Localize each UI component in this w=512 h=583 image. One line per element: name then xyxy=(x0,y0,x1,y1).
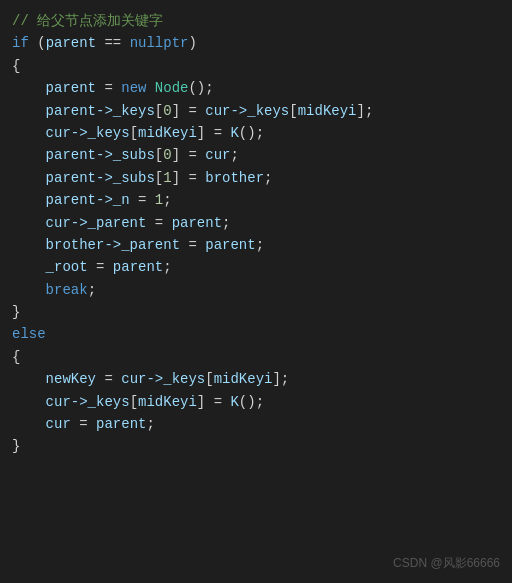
code-token: newKey xyxy=(12,368,96,390)
code-token: parent->_n xyxy=(12,189,130,211)
code-token: ] = xyxy=(172,100,206,122)
code-token: cur->_keys xyxy=(121,368,205,390)
code-token: [ xyxy=(289,100,297,122)
code-token: brother->_parent xyxy=(12,234,180,256)
code-token: new xyxy=(121,77,146,99)
code-token: if xyxy=(12,32,29,54)
code-token: cur->_parent xyxy=(12,212,146,234)
code-token: parent->_keys xyxy=(12,100,155,122)
code-token: ] = xyxy=(172,167,206,189)
code-token: // 给父节点添加关键字 xyxy=(12,10,163,32)
code-token: } xyxy=(12,435,20,457)
code-token: ] = xyxy=(197,391,231,413)
code-token: ]; xyxy=(356,100,373,122)
code-token: == xyxy=(96,32,130,54)
code-token: cur xyxy=(12,413,71,435)
code-line: _root = parent; xyxy=(0,256,512,278)
code-token: break xyxy=(46,279,88,301)
code-token: 0 xyxy=(163,100,171,122)
code-token: [ xyxy=(130,391,138,413)
code-token: ; xyxy=(163,256,171,278)
code-token: [ xyxy=(155,100,163,122)
code-line: cur->_keys[midKeyi] = K(); xyxy=(0,391,512,413)
code-token: cur->_keys xyxy=(12,122,130,144)
code-token: ; xyxy=(230,144,238,166)
code-token: { xyxy=(12,346,20,368)
code-token: midKeyi xyxy=(298,100,357,122)
code-token: ] = xyxy=(197,122,231,144)
code-token: ; xyxy=(146,413,154,435)
code-token: parent xyxy=(172,212,222,234)
code-token: } xyxy=(12,301,20,323)
code-token: (); xyxy=(239,122,264,144)
code-line: break; xyxy=(0,279,512,301)
code-token: ; xyxy=(256,234,264,256)
code-line: newKey = cur->_keys[midKeyi]; xyxy=(0,368,512,390)
code-line: parent = new Node(); xyxy=(0,77,512,99)
code-token: ) xyxy=(188,32,196,54)
code-line: cur = parent; xyxy=(0,413,512,435)
code-token: ; xyxy=(163,189,171,211)
code-token: { xyxy=(12,55,20,77)
code-token: 0 xyxy=(163,144,171,166)
code-line: } xyxy=(0,301,512,323)
code-token: parent xyxy=(113,256,163,278)
code-token: ; xyxy=(88,279,96,301)
code-line: if (parent == nullptr) xyxy=(0,32,512,54)
code-line: parent->_subs[1] = brother; xyxy=(0,167,512,189)
code-token: _root xyxy=(12,256,88,278)
code-token: ( xyxy=(29,32,46,54)
code-token: = xyxy=(180,234,205,256)
code-content: // 给父节点添加关键字if (parent == nullptr){ pare… xyxy=(0,10,512,458)
code-token: 1 xyxy=(155,189,163,211)
code-token: [ xyxy=(130,122,138,144)
code-token: = xyxy=(96,77,121,99)
code-token: [ xyxy=(155,167,163,189)
code-token xyxy=(146,77,154,99)
code-line: { xyxy=(0,346,512,368)
code-line: parent->_n = 1; xyxy=(0,189,512,211)
code-token: parent xyxy=(205,234,255,256)
code-block: // 给父节点添加关键字if (parent == nullptr){ pare… xyxy=(0,0,512,583)
code-line: parent->_subs[0] = cur; xyxy=(0,144,512,166)
code-token: = xyxy=(146,212,171,234)
code-line: else xyxy=(0,323,512,345)
code-token: K xyxy=(230,122,238,144)
code-token: else xyxy=(12,323,46,345)
code-token: 1 xyxy=(163,167,171,189)
code-token: ] = xyxy=(172,144,206,166)
code-line: cur->_keys[midKeyi] = K(); xyxy=(0,122,512,144)
code-token: ]; xyxy=(272,368,289,390)
code-line: } xyxy=(0,435,512,457)
code-token: cur xyxy=(205,144,230,166)
code-token: parent->_subs xyxy=(12,167,155,189)
watermark: CSDN @风影66666 xyxy=(393,554,500,573)
code-token: [ xyxy=(155,144,163,166)
code-token: (); xyxy=(188,77,213,99)
code-token: (); xyxy=(239,391,264,413)
code-line: brother->_parent = parent; xyxy=(0,234,512,256)
code-token: ; xyxy=(222,212,230,234)
code-token: nullptr xyxy=(130,32,189,54)
code-token: parent xyxy=(46,32,96,54)
code-token: K xyxy=(230,391,238,413)
code-token: midKeyi xyxy=(138,391,197,413)
code-token: ; xyxy=(264,167,272,189)
code-token: [ xyxy=(205,368,213,390)
code-token xyxy=(12,279,46,301)
code-token: midKeyi xyxy=(138,122,197,144)
code-token: brother xyxy=(205,167,264,189)
code-token: = xyxy=(71,413,96,435)
code-token: = xyxy=(88,256,113,278)
code-line: // 给父节点添加关键字 xyxy=(0,10,512,32)
code-token: = xyxy=(96,368,121,390)
code-token: cur->_keys xyxy=(205,100,289,122)
code-token: parent xyxy=(12,77,96,99)
code-token: = xyxy=(130,189,155,211)
code-token: cur->_keys xyxy=(12,391,130,413)
code-token: parent->_subs xyxy=(12,144,155,166)
code-token: parent xyxy=(96,413,146,435)
code-line: { xyxy=(0,55,512,77)
code-token: midKeyi xyxy=(214,368,273,390)
code-line: parent->_keys[0] = cur->_keys[midKeyi]; xyxy=(0,100,512,122)
